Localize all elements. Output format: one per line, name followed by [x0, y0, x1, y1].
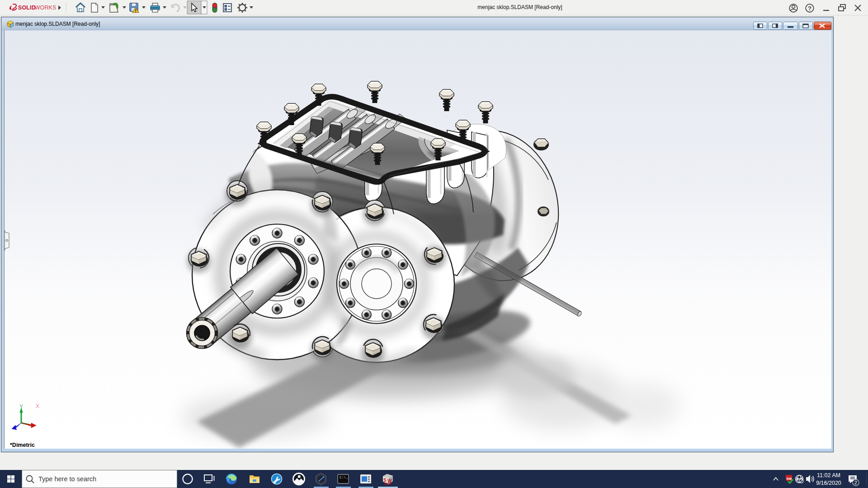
svg-text:2: 2: [854, 480, 857, 485]
svg-text:SW: SW: [787, 477, 792, 481]
svg-text:9/16/2020: 9/16/2020: [816, 480, 841, 486]
svg-text:C:\_: C:\_: [340, 475, 348, 479]
svg-text:*Dimetric: *Dimetric: [10, 442, 35, 448]
svg-text:2020: 2020: [384, 482, 391, 485]
svg-text:11:02 AM: 11:02 AM: [817, 472, 840, 479]
svg-text:X: X: [36, 403, 39, 409]
svg-text:?: ?: [808, 5, 811, 12]
